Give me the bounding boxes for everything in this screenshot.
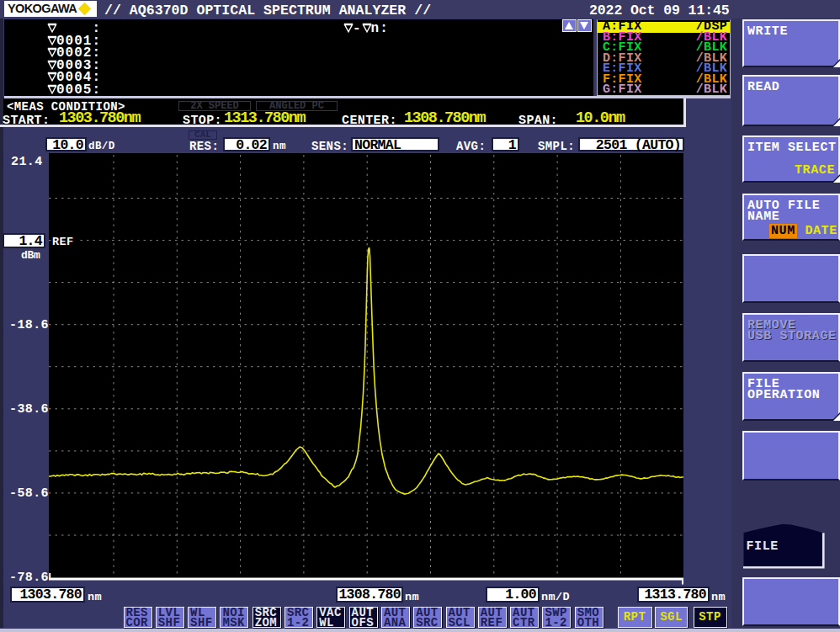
svg-text:FILE: FILE <box>747 539 779 554</box>
